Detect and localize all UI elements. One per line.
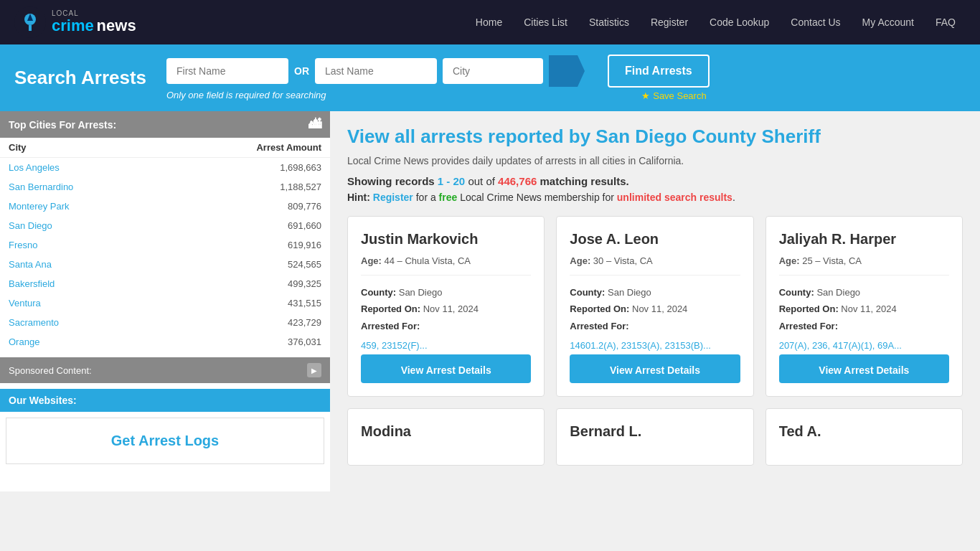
card-info: County: San Diego Reported On: Nov 11, 2… xyxy=(570,284,740,354)
card-name: Ted A. xyxy=(779,422,949,441)
register-link[interactable]: Register xyxy=(370,192,413,203)
city-input[interactable] xyxy=(443,58,543,84)
search-actions: Find Arrests ★Save Search xyxy=(608,55,710,101)
logo-news-text: news xyxy=(97,17,136,34)
nav-home[interactable]: Home xyxy=(466,11,512,34)
arrest-card: Bernard L. xyxy=(556,408,753,466)
city-link[interactable]: Sacramento xyxy=(9,317,59,328)
table-row: Fresno619,916 xyxy=(0,235,330,255)
arrest-card: Ted A. xyxy=(765,408,963,466)
city-link[interactable]: Monterey Park xyxy=(9,201,70,212)
nav-statistics[interactable]: Statistics xyxy=(579,11,639,34)
table-row: Los Angeles1,698,663 xyxy=(0,158,330,178)
card-charges: 459, 23152(F)... xyxy=(361,337,531,354)
search-bar: Search Arrests OR Only one field is requ… xyxy=(0,44,980,111)
card-charges: 14601.2(A), 23153(A), 23153(B)... xyxy=(570,337,740,354)
arrest-card: Justin Markovich Age: 44 – Chula Vista, … xyxy=(347,216,545,397)
logo-crime-text: crime xyxy=(52,17,94,34)
nav-my-account[interactable]: My Account xyxy=(852,11,924,34)
svg-rect-3 xyxy=(29,25,32,31)
arrest-card: Jose A. Leon Age: 30 – Vista, CA County:… xyxy=(556,216,753,397)
view-arrest-details-button[interactable]: View Arrest Details xyxy=(361,354,531,383)
nav-faq[interactable]: FAQ xyxy=(925,11,966,34)
city-icon: 🏙 xyxy=(308,117,321,132)
top-cities-header: Top Cities For Arrests: 🏙 xyxy=(0,111,330,138)
inputs-row: OR xyxy=(166,55,585,87)
card-name: Modina xyxy=(361,422,531,441)
card-charges: 207(A), 236, 417(A)(1), 69A... xyxy=(779,337,949,354)
card-info: County: San Diego Reported On: Nov 11, 2… xyxy=(361,284,531,354)
sidebar: Top Cities For Arrests: 🏙 City Arrest Am… xyxy=(0,111,330,491)
table-row: Sacramento423,729 xyxy=(0,313,330,332)
logo[interactable]: LOCAL crime news xyxy=(14,6,136,38)
nav-code-lookup[interactable]: Code Lookup xyxy=(699,11,779,34)
nav-contact-us[interactable]: Contact Us xyxy=(781,11,850,34)
or-label: OR xyxy=(294,65,309,77)
sponsored-header: Sponsored Content: ▶ xyxy=(0,357,330,383)
subtitle: Local Crime News provides daily updates … xyxy=(347,155,963,166)
city-link[interactable]: Los Angeles xyxy=(9,162,60,173)
card-age: Age: 30 – Vista, CA xyxy=(570,255,740,266)
play-icon[interactable]: ▶ xyxy=(307,363,321,377)
city-link[interactable]: Santa Ana xyxy=(9,259,52,270)
table-row: Bakersfield499,325 xyxy=(0,274,330,293)
get-arrest-logs: Get Arrest Logs xyxy=(6,418,324,464)
find-arrests-button[interactable]: Find Arrests xyxy=(608,55,710,88)
amount-col-header: Arrest Amount xyxy=(165,138,330,158)
page-title: View all arrests reported by San Diego C… xyxy=(347,126,963,148)
search-arrow-decoration xyxy=(549,55,585,87)
city-link[interactable]: San Diego xyxy=(9,220,52,231)
nav-cities-list[interactable]: Cities List xyxy=(514,11,578,34)
city-link[interactable]: San Bernardino xyxy=(9,182,73,192)
our-websites-header: Our Websites: xyxy=(0,389,330,412)
nav-links: Home Cities List Statistics Register Cod… xyxy=(466,11,966,34)
card-name: Bernard L. xyxy=(570,422,740,441)
view-arrest-details-button[interactable]: View Arrest Details xyxy=(570,354,740,383)
main-content: Top Cities For Arrests: 🏙 City Arrest Am… xyxy=(0,111,980,491)
city-link[interactable]: Bakersfield xyxy=(9,278,55,289)
arrest-card: Jaliyah R. Harper Age: 25 – Vista, CA Co… xyxy=(765,216,963,397)
search-title: Search Arrests xyxy=(14,67,158,89)
save-search-link[interactable]: ★Save Search xyxy=(641,90,709,101)
cards-grid-2: Modina Bernard L. Ted A. xyxy=(347,408,963,466)
search-hint: Only one field is required for searching xyxy=(166,90,585,100)
view-arrest-details-button[interactable]: View Arrest Details xyxy=(779,354,949,383)
card-info: County: San Diego Reported On: Nov 11, 2… xyxy=(779,284,949,354)
get-arrest-logs-title: Get Arrest Logs xyxy=(21,433,309,449)
top-navigation: LOCAL crime news Home Cities List Statis… xyxy=(0,0,980,44)
hint-line: Hint: Register for a free Local Crime Ne… xyxy=(347,192,963,203)
city-col-header: City xyxy=(0,138,165,158)
nav-register[interactable]: Register xyxy=(641,11,698,34)
star-icon: ★ xyxy=(641,90,650,101)
content-area: View all arrests reported by San Diego C… xyxy=(330,111,980,491)
card-age: Age: 25 – Vista, CA xyxy=(779,255,949,266)
cities-table: City Arrest Amount Los Angeles1,698,663S… xyxy=(0,138,330,352)
table-row: San Bernardino1,188,527 xyxy=(0,177,330,197)
city-link[interactable]: Orange xyxy=(9,336,39,347)
table-row: Orange376,031 xyxy=(0,332,330,352)
table-row: Ventura431,515 xyxy=(0,293,330,313)
search-inputs-wrapper: OR Only one field is required for search… xyxy=(166,55,585,100)
city-link[interactable]: Fresno xyxy=(9,240,37,250)
card-name: Justin Markovich xyxy=(361,230,531,248)
table-row: Monterey Park809,776 xyxy=(0,197,330,216)
first-name-input[interactable] xyxy=(166,58,288,84)
cards-grid-1: Justin Markovich Age: 44 – Chula Vista, … xyxy=(347,216,963,397)
showing-records: Showing records 1 - 20 out of 446,766 ma… xyxy=(347,175,963,187)
card-age: Age: 44 – Chula Vista, CA xyxy=(361,255,531,266)
card-name: Jose A. Leon xyxy=(570,230,740,248)
city-link[interactable]: Ventura xyxy=(9,298,41,309)
table-row: Santa Ana524,565 xyxy=(0,255,330,274)
arrest-card: Modina xyxy=(347,408,545,466)
card-name: Jaliyah R. Harper xyxy=(779,230,949,248)
table-row: San Diego691,660 xyxy=(0,216,330,235)
last-name-input[interactable] xyxy=(315,58,437,84)
